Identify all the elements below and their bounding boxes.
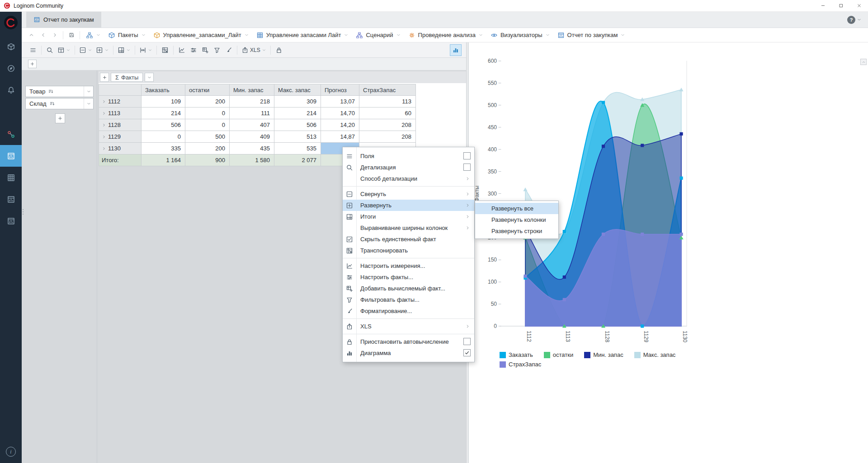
- collapse-button[interactable]: [77, 44, 94, 56]
- menu-detail-checkbox[interactable]: [463, 164, 471, 171]
- expand-chevron-icon[interactable]: [102, 123, 106, 127]
- info-icon[interactable]: i: [6, 447, 16, 457]
- cell-1128-4[interactable]: 14,20: [321, 119, 359, 131]
- sidebar-item-notifications[interactable]: [0, 79, 22, 101]
- menu-diagram-checkbox[interactable]: [463, 349, 471, 356]
- cell-1130-3[interactable]: 535: [274, 143, 321, 154]
- breadcrumb-scenario[interactable]: Сценарий: [352, 32, 404, 39]
- legend-item-1[interactable]: остатки: [544, 351, 573, 358]
- menu-fields-checkbox[interactable]: [463, 152, 471, 159]
- chevron-down-icon[interactable]: [126, 48, 131, 52]
- cell-1112-2[interactable]: 218: [230, 96, 274, 108]
- column-header-2[interactable]: Мин. запас: [230, 84, 274, 96]
- detail-button[interactable]: [44, 44, 56, 56]
- add-view-tab-button[interactable]: [28, 60, 37, 68]
- table-view-button[interactable]: [56, 44, 72, 56]
- cell-1113-2[interactable]: 111: [230, 108, 274, 119]
- cell-1129-0[interactable]: 0: [142, 131, 185, 143]
- diagram-toggle-button[interactable]: [450, 44, 462, 56]
- chevron-down-icon[interactable]: [84, 98, 93, 109]
- sidebar-item-report-view-1[interactable]: [0, 188, 22, 210]
- minimize-button[interactable]: [814, 0, 832, 12]
- column-header-1[interactable]: остатки: [185, 84, 230, 96]
- maximize-button[interactable]: [832, 0, 850, 12]
- row-header-1113[interactable]: 1113: [99, 108, 142, 119]
- expand-chevron-icon[interactable]: [102, 111, 106, 116]
- sidebar-item-navigator[interactable]: [0, 57, 22, 79]
- expand-chevron-icon[interactable]: [102, 135, 106, 139]
- chevron-down-icon[interactable]: [88, 48, 92, 52]
- add-calculated-fact-button[interactable]: [199, 44, 211, 56]
- cell-1113-5[interactable]: 60: [359, 108, 416, 119]
- filter-facts-button[interactable]: [211, 44, 223, 56]
- cell-1112-5[interactable]: 113: [359, 96, 416, 108]
- column-header-5[interactable]: СтрахЗапас: [359, 84, 416, 96]
- sidebar-item-table-view[interactable]: [0, 167, 22, 188]
- legend-item-3[interactable]: Макс. запас: [634, 351, 676, 358]
- totals-button[interactable]: [116, 44, 132, 56]
- legend-item-2[interactable]: Мин. запас: [584, 351, 623, 358]
- expand-chevron-icon[interactable]: [102, 99, 106, 104]
- legend-item-0[interactable]: Заказать: [500, 351, 533, 358]
- cell-1128-1[interactable]: 0: [185, 119, 230, 131]
- cell-1128-3[interactable]: 506: [274, 119, 321, 131]
- row-header-1128[interactable]: 1128: [99, 119, 142, 131]
- breadcrumb-module-upravlenie-zapasami-lait[interactable]: Управление запасами Лайт: [253, 32, 353, 39]
- cell-1113-3[interactable]: 214: [274, 108, 321, 119]
- cell-1112-0[interactable]: 109: [142, 96, 185, 108]
- row-header-1130[interactable]: 1130: [99, 143, 142, 154]
- fields-button[interactable]: [27, 44, 39, 56]
- menu-totals[interactable]: Итоги: [343, 211, 474, 222]
- panel-collapse-handle[interactable]: [22, 204, 24, 220]
- menu-pause-autocalc[interactable]: Приостановить автовычисление: [343, 336, 474, 347]
- pause-autocalc-button[interactable]: [273, 44, 285, 56]
- total-cell-2[interactable]: 1 580: [230, 154, 274, 166]
- cell-1113-0[interactable]: 214: [142, 108, 185, 119]
- cell-1129-5[interactable]: 208: [359, 131, 416, 143]
- menu-formatting[interactable]: Форматирование...: [343, 305, 474, 317]
- cell-1129-4[interactable]: 14,87: [321, 131, 359, 143]
- column-header-0[interactable]: Заказать: [142, 84, 185, 96]
- transpose-button[interactable]: [159, 44, 171, 56]
- cell-1112-1[interactable]: 200: [185, 96, 230, 108]
- menu-hide-single-fact[interactable]: Скрыть единственный факт: [343, 234, 474, 245]
- menu-transpose[interactable]: Транспонировать: [343, 245, 474, 256]
- total-row-header[interactable]: Итого:: [99, 154, 142, 166]
- chevron-down-icon[interactable]: [262, 48, 266, 52]
- nav-back-button[interactable]: [37, 29, 49, 41]
- breadcrumb-packages[interactable]: Пакеты: [104, 32, 150, 39]
- menu-column-width[interactable]: Выравнивание ширины колонок: [343, 222, 474, 234]
- total-cell-1[interactable]: 900: [185, 154, 230, 166]
- menu-configure-dimensions[interactable]: Настроить измерения...: [343, 260, 474, 271]
- nav-up-button[interactable]: [25, 29, 37, 41]
- cell-1128-5[interactable]: 208: [359, 119, 416, 131]
- breadcrumb-visualizers[interactable]: Визуализаторы: [487, 32, 554, 39]
- tab-report[interactable]: Отчет по закупкам: [26, 12, 101, 28]
- cell-1128-0[interactable]: 506: [142, 119, 185, 131]
- cell-1130-2[interactable]: 435: [230, 143, 274, 154]
- dimension-tovar[interactable]: Товар: [25, 86, 94, 97]
- nav-forward-button[interactable]: [49, 29, 61, 41]
- menu-configure-facts[interactable]: Настроить факты...: [343, 271, 474, 283]
- menu-add-calculated-fact[interactable]: Добавить вычисляемый факт...: [343, 283, 474, 294]
- breadcrumb-report[interactable]: Отчет по закупкам: [554, 32, 629, 39]
- submenu-expand-all[interactable]: Развернуть все: [475, 203, 558, 214]
- sidebar-item-packages[interactable]: [0, 36, 22, 57]
- sidebar-item-process[interactable]: [0, 123, 22, 145]
- configure-dimensions-button[interactable]: [176, 44, 188, 56]
- menu-detail[interactable]: Детализация: [343, 162, 474, 173]
- menu-fields[interactable]: Поля: [343, 150, 474, 162]
- cell-1128-2[interactable]: 407: [230, 119, 274, 131]
- export-xls-button[interactable]: XLS: [240, 44, 268, 56]
- menu-expand[interactable]: Развернуть: [343, 200, 474, 211]
- navigation-tree-dropdown[interactable]: [82, 32, 104, 39]
- cell-1129-1[interactable]: 500: [185, 131, 230, 143]
- submenu-expand-rows[interactable]: Развернуть строки: [475, 225, 558, 237]
- column-header-3[interactable]: Макс. запас: [274, 84, 321, 96]
- chevron-down-icon[interactable]: [66, 48, 71, 52]
- chart-scrollbar-up[interactable]: [860, 59, 867, 65]
- expand-chevron-icon[interactable]: [102, 146, 106, 151]
- row-header-1112[interactable]: 1112: [99, 96, 142, 108]
- sidebar-item-active-visualizer[interactable]: [0, 145, 22, 167]
- add-fact-column-button[interactable]: [100, 73, 109, 82]
